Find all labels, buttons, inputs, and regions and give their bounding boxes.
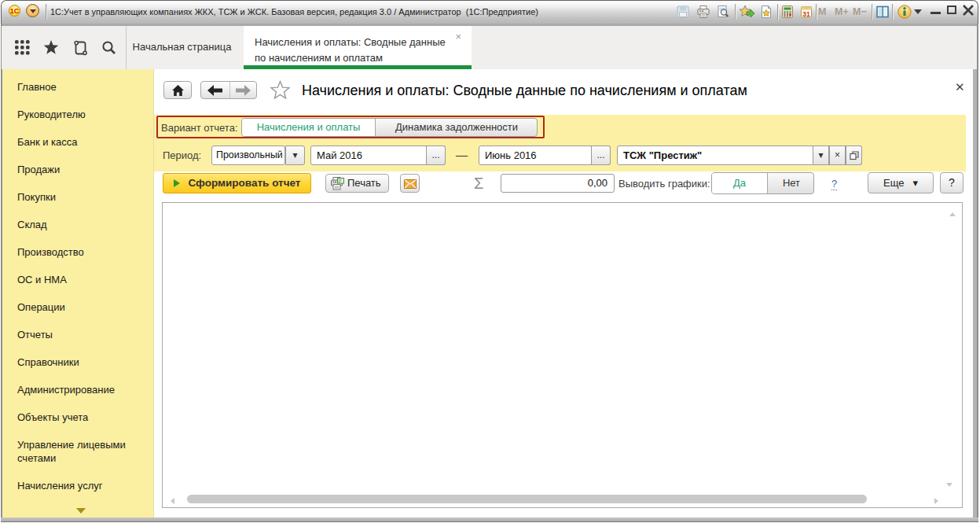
svg-text:31: 31 bbox=[802, 10, 810, 18]
